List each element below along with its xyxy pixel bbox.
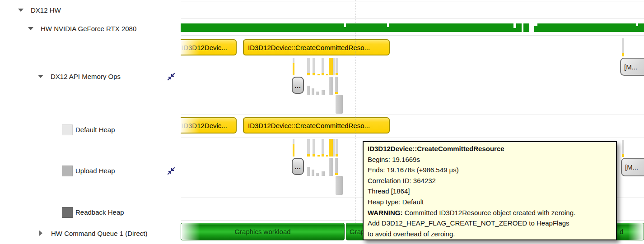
truncated-marker-block[interactable]: [M... xyxy=(621,158,644,176)
event-tick[interactable] xyxy=(622,140,624,154)
row-separator xyxy=(181,138,644,138)
expander-right-icon[interactable] xyxy=(39,230,42,236)
event-tick[interactable] xyxy=(329,58,333,75)
expander-down-icon[interactable] xyxy=(28,27,33,30)
event-tick[interactable] xyxy=(307,73,310,75)
sidebar-item-hw-command-queue[interactable]: HW Command Queue 1 (Direct) xyxy=(0,228,180,239)
row-separator xyxy=(181,1,644,1)
collapse-row-pin-icon[interactable] xyxy=(166,166,176,178)
workload-bar-label: d xyxy=(620,228,623,235)
event-tick[interactable] xyxy=(307,154,310,157)
event-tick[interactable] xyxy=(326,74,328,75)
event-tick[interactable] xyxy=(333,58,335,75)
collapse-row-pin-icon[interactable] xyxy=(166,72,176,83)
event-tick[interactable] xyxy=(313,154,315,157)
row-label: DX12 HW xyxy=(31,6,61,14)
event-tick[interactable] xyxy=(336,154,338,157)
event-tick[interactable] xyxy=(317,74,320,75)
event-tick[interactable] xyxy=(336,73,338,75)
api-call-bar[interactable]: ID3D12Device::CreateCommittedReso... xyxy=(243,39,390,55)
gpu-bar-gap xyxy=(529,23,534,32)
gpu-activity-bar[interactable] xyxy=(181,23,644,32)
row-separator xyxy=(181,18,644,19)
row-tree-sidebar: DX12 HW HW NVIDIA GeForce RTX 2080 DX12 … xyxy=(0,0,180,244)
tooltip-warning: WARNING: Committed ID3D12Resource object… xyxy=(368,207,612,218)
warning-text: Committed ID3D12Resource object created … xyxy=(403,209,576,216)
event-tick[interactable] xyxy=(329,139,333,157)
event-tick[interactable] xyxy=(293,139,294,144)
sidebar-item-readback-heap[interactable]: Readback Heap xyxy=(0,207,180,217)
sidebar-item-dx12-hw[interactable]: DX12 HW xyxy=(0,5,180,15)
event-bar-small[interactable] xyxy=(329,158,333,176)
tooltip-begins: Begins: 19.1669s xyxy=(368,154,612,165)
expander-down-icon[interactable] xyxy=(18,9,23,12)
api-call-bar[interactable]: ID3D12Devic... xyxy=(181,117,237,134)
event-tick[interactable] xyxy=(293,58,294,63)
event-block[interactable] xyxy=(336,176,343,195)
event-tick[interactable] xyxy=(307,58,310,73)
tooltip-warning-line2: Add D3D12_HEAP_FLAG_CREATE_NOT_ZEROED to… xyxy=(368,218,612,229)
event-tick[interactable] xyxy=(622,154,624,157)
tooltip-title: ID3D12Device::CreateCommittedResource xyxy=(368,143,612,154)
event-block[interactable] xyxy=(336,95,343,114)
event-tick[interactable] xyxy=(335,173,338,175)
gpu-bar-gap xyxy=(387,23,389,27)
bar-right-fade xyxy=(628,223,644,240)
event-tick[interactable] xyxy=(322,73,324,75)
event-tick[interactable] xyxy=(322,58,324,73)
event-tick[interactable] xyxy=(322,139,324,154)
overflow-ellipsis-button[interactable]: … xyxy=(292,158,304,175)
timeline-panel[interactable]: ID3D12Device::CreateCommittedResource Be… xyxy=(180,0,644,244)
event-bar-small[interactable] xyxy=(312,88,314,95)
tooltip-correlation-id: Correlation ID: 364232 xyxy=(368,175,612,186)
bar-left-fade xyxy=(181,118,200,133)
expander-down-icon[interactable] xyxy=(38,75,43,78)
event-tick[interactable] xyxy=(293,63,294,75)
sidebar-item-default-heap[interactable]: Default Heap xyxy=(0,124,180,135)
event-tick[interactable] xyxy=(622,38,624,53)
event-bar-small[interactable] xyxy=(322,171,325,176)
workload-bar[interactable]: Graphics workload xyxy=(181,223,345,240)
tooltip-heap-type: Heap type: Default xyxy=(368,197,612,207)
event-bar-small[interactable] xyxy=(322,90,325,95)
event-tick[interactable] xyxy=(336,139,338,154)
event-tooltip: ID3D12Device::CreateCommittedResource Be… xyxy=(363,141,617,240)
event-bar-small[interactable] xyxy=(329,77,333,95)
event-tick[interactable] xyxy=(293,144,294,157)
event-bar-small[interactable] xyxy=(316,173,319,176)
event-bar-small[interactable] xyxy=(312,170,314,176)
event-tick[interactable] xyxy=(313,73,315,75)
event-tick[interactable] xyxy=(307,139,310,154)
sidebar-item-upload-heap[interactable]: Upload Heap xyxy=(0,165,180,176)
event-tick[interactable] xyxy=(313,139,315,154)
event-tick[interactable] xyxy=(333,139,335,157)
event-tick[interactable] xyxy=(326,155,328,157)
api-call-bar[interactable]: ID3D12Devic... xyxy=(181,39,237,55)
tooltip-thread: Thread [1864] xyxy=(368,186,612,197)
warning-label: WARNING: xyxy=(368,209,403,216)
row-separator xyxy=(181,35,644,36)
row-label: HW NVIDIA GeForce RTX 2080 xyxy=(41,25,136,32)
tooltip-warning-line3: to avoid overhead of zeroing. xyxy=(368,229,612,239)
event-tick[interactable] xyxy=(313,58,315,73)
sidebar-item-gpu[interactable]: HW NVIDIA GeForce RTX 2080 xyxy=(0,23,180,34)
truncated-marker-block[interactable]: [M... xyxy=(620,58,644,76)
gpu-bar-gap xyxy=(522,23,523,32)
event-tick[interactable] xyxy=(336,58,338,73)
event-bar-small[interactable] xyxy=(316,92,319,95)
event-tick[interactable] xyxy=(335,92,338,94)
event-tick[interactable] xyxy=(317,155,320,157)
bar-left-fade xyxy=(181,223,200,240)
sidebar-item-memory-ops[interactable]: DX12 API Memory Ops xyxy=(0,71,180,82)
api-call-bar[interactable]: ID3D12Device::CreateCommittedReso... xyxy=(243,117,390,134)
timeline-cursor-line xyxy=(355,0,355,241)
overflow-ellipsis-button[interactable]: … xyxy=(292,77,304,94)
event-tick[interactable] xyxy=(322,154,324,157)
row-label: Readback Heap xyxy=(75,208,124,216)
event-bar-small[interactable] xyxy=(335,158,338,175)
event-bar-small[interactable] xyxy=(307,167,310,176)
row-label: Default Heap xyxy=(75,126,115,134)
event-bar-small[interactable] xyxy=(307,86,310,95)
event-bar-small[interactable] xyxy=(335,77,338,93)
event-tick[interactable] xyxy=(622,53,624,56)
